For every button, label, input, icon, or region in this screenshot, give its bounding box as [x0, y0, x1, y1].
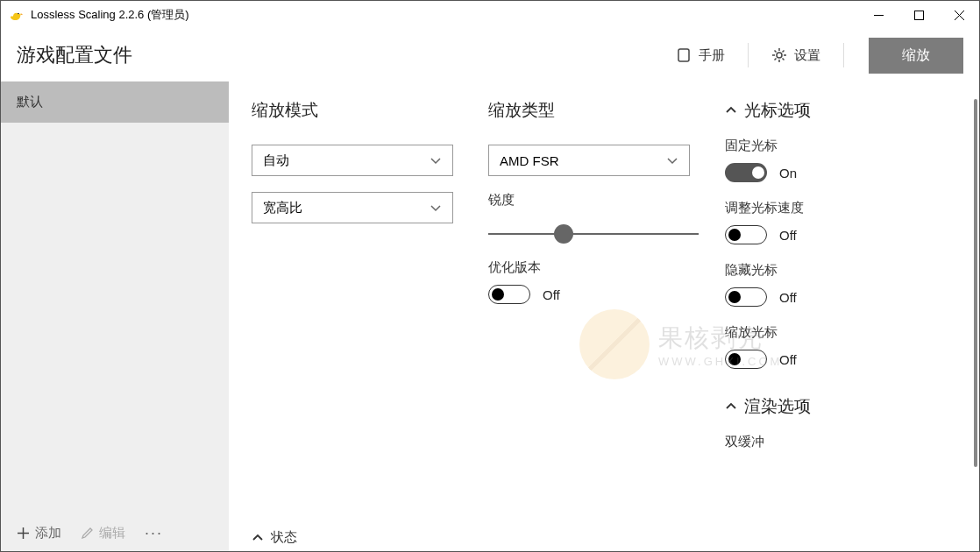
edit-label: 编辑 [99, 525, 125, 541]
settings-label: 设置 [794, 47, 820, 64]
scaling-type-select[interactable]: AMD FSR [488, 145, 690, 176]
chevron-down-icon [666, 154, 678, 166]
chevron-up-icon [725, 104, 737, 117]
content: 缩放模式 自动 宽高比 缩放类型 AMD FSR 锐度 优化版本 [229, 81, 979, 552]
render-section-label: 渲染选项 [744, 395, 811, 418]
slider-thumb[interactable] [554, 224, 573, 244]
maximize-button[interactable] [898, 1, 939, 29]
main: 默认 添加 编辑 ··· 缩放模式 自动 宽高比 [1, 81, 979, 552]
aspect-ratio-select[interactable]: 宽高比 [252, 192, 453, 223]
fixed-cursor-toggle[interactable] [725, 163, 767, 182]
status-label: 状态 [271, 529, 297, 546]
edit-profile-button[interactable]: 编辑 [81, 525, 125, 541]
page-title: 游戏配置文件 [17, 42, 132, 68]
scale-button[interactable]: 缩放 [869, 38, 963, 74]
render-section-header[interactable]: 渲染选项 [725, 395, 951, 418]
cursor-section-header[interactable]: 光标选项 [725, 99, 951, 122]
svg-point-0 [18, 13, 19, 15]
scale-cursor-label: 缩放光标 [725, 324, 951, 341]
more-button[interactable]: ··· [145, 524, 163, 542]
titlebar: Lossless Scaling 2.2.6 (管理员) [1, 1, 979, 29]
scale-cursor-toggle[interactable] [725, 350, 767, 369]
scaling-mode-title: 缩放模式 [252, 99, 471, 122]
optimized-state: Off [543, 287, 560, 302]
options-column: 光标选项 固定光标 On 调整光标速度 Off 隐藏光标 Off 缩放光标 Of… [725, 99, 970, 552]
chevron-up-icon [725, 400, 737, 413]
app-icon [8, 7, 24, 23]
separator [843, 43, 844, 67]
book-icon [676, 47, 692, 63]
add-label: 添加 [35, 525, 61, 541]
scaling-type-title: 缩放类型 [488, 99, 707, 122]
plus-icon [17, 527, 30, 540]
optimized-toggle[interactable] [488, 285, 530, 304]
adjust-speed-state: Off [779, 228, 797, 243]
chevron-down-icon [430, 202, 442, 214]
scaling-type-column: 缩放类型 AMD FSR 锐度 优化版本 Off [488, 99, 707, 552]
gear-icon [771, 47, 787, 63]
pencil-icon [81, 527, 94, 540]
scaling-type-value: AMD FSR [500, 153, 559, 168]
sidebar: 默认 添加 编辑 ··· [1, 81, 229, 552]
scaling-mode-column: 缩放模式 自动 宽高比 [252, 99, 471, 552]
svg-rect-5 [678, 49, 689, 61]
sidebar-actions: 添加 编辑 ··· [1, 513, 229, 552]
sharpness-slider[interactable] [488, 233, 699, 235]
chevron-down-icon [430, 154, 442, 166]
status-expand[interactable]: 状态 [252, 529, 297, 546]
sidebar-item-default[interactable]: 默认 [1, 81, 229, 123]
aspect-ratio-value: 宽高比 [263, 200, 302, 216]
adjust-speed-label: 调整光标速度 [725, 200, 951, 216]
header: 游戏配置文件 手册 设置 缩放 [1, 29, 979, 81]
double-buffer-label: 双缓冲 [725, 434, 951, 450]
hide-cursor-state: Off [779, 290, 797, 305]
fixed-cursor-state: On [779, 166, 797, 180]
hide-cursor-toggle[interactable] [725, 287, 767, 307]
add-profile-button[interactable]: 添加 [17, 525, 61, 541]
manual-button[interactable]: 手册 [665, 42, 735, 69]
minimize-button[interactable] [858, 1, 898, 29]
svg-rect-2 [914, 11, 923, 19]
close-button[interactable] [939, 1, 979, 29]
separator [748, 43, 749, 67]
scale-cursor-state: Off [779, 352, 797, 367]
svg-point-6 [777, 53, 782, 58]
window-title: Lossless Scaling 2.2.6 (管理员) [31, 7, 189, 23]
sharpness-label: 锐度 [488, 192, 707, 209]
manual-label: 手册 [699, 47, 725, 64]
vertical-scrollbar[interactable] [974, 99, 977, 467]
optimized-label: 优化版本 [488, 259, 707, 276]
chevron-up-icon [252, 532, 264, 544]
scaling-mode-select[interactable]: 自动 [252, 145, 453, 176]
settings-button[interactable]: 设置 [761, 42, 831, 69]
hide-cursor-label: 隐藏光标 [725, 262, 951, 279]
cursor-section-label: 光标选项 [744, 99, 811, 122]
adjust-speed-toggle[interactable] [725, 225, 767, 244]
fixed-cursor-label: 固定光标 [725, 138, 951, 154]
scaling-mode-value: 自动 [263, 152, 289, 169]
